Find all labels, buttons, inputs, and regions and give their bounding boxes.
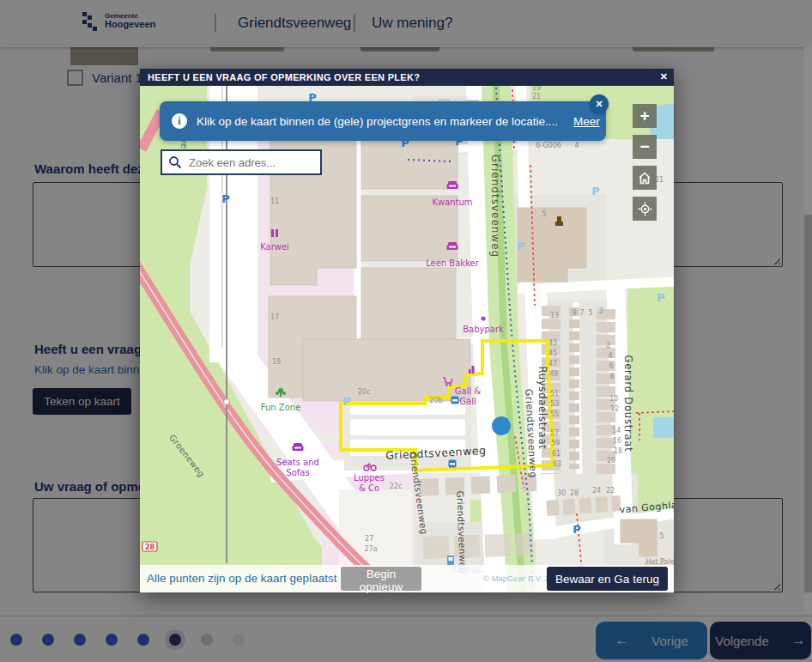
house-number: 5	[659, 532, 664, 540]
house-number: 24	[592, 487, 601, 495]
scrollbar-thumb[interactable]	[804, 215, 812, 592]
house-number: 20c	[358, 388, 371, 396]
house-number: 61	[552, 450, 561, 458]
poi-label: Sofas	[286, 468, 309, 477]
fuel-icon	[447, 556, 454, 565]
banner-close-icon[interactable]: ✕	[590, 94, 609, 113]
poi-label: Kwantum	[432, 197, 472, 207]
map-shape	[294, 447, 301, 449]
home-icon	[638, 172, 651, 185]
house-number: 27a	[364, 545, 377, 553]
zoom-in-button[interactable]: +	[633, 104, 657, 128]
house-number: 5	[542, 210, 546, 218]
zoom-out-button[interactable]: −	[633, 135, 657, 159]
map-shape	[449, 185, 456, 187]
page: Gemeente Hoogeveen | Griendtsveenweg | U…	[0, 0, 812, 662]
house-number: 6	[609, 362, 613, 370]
couch-icon	[447, 181, 458, 189]
house-number: 22	[606, 487, 615, 495]
house-number: 21	[532, 93, 541, 100]
page-scrollbar[interactable]	[804, 47, 812, 614]
house-number: 22c	[390, 483, 403, 490]
house-number: 55	[550, 410, 559, 418]
poi-label: Seats and	[276, 458, 319, 467]
map-shape	[482, 317, 486, 321]
bus-stop-icon	[451, 397, 459, 404]
info-icon: i	[172, 113, 187, 129]
banner-text: Klik op de kaart binnen de (gele) projec…	[197, 115, 558, 128]
house-number: 9	[572, 309, 576, 317]
map-shape	[445, 384, 448, 386]
house-number: 17	[270, 313, 279, 321]
poi-label: Luppes	[354, 473, 385, 483]
map-shape	[449, 557, 453, 561]
couch-icon	[447, 242, 458, 250]
house-number: 45	[548, 349, 557, 357]
poi-label: Fun Zone	[261, 403, 301, 412]
street-label: Ruysdaelstraat	[536, 366, 548, 449]
house-number: 6-G006	[536, 142, 561, 149]
map-shape	[452, 399, 458, 402]
house-number: 27	[365, 535, 373, 543]
map-shape	[450, 463, 455, 465]
map-shape	[469, 369, 471, 374]
dialog-title: HEEFT U EEN VRAAG OF OPMERKING OVER EEN …	[140, 69, 674, 86]
status-message: Alle punten zijn op de kaart geplaatst	[147, 572, 336, 585]
save-and-return-button[interactable]: Bewaar en Ga terug	[547, 567, 668, 591]
banner-more-link[interactable]: Meer	[573, 115, 600, 128]
house-number: 47	[548, 360, 557, 367]
house-number: 49	[549, 370, 558, 378]
map-attribution: © MapGear B.V. 2	[483, 574, 549, 583]
house-number: 13	[550, 312, 559, 319]
house-number: 53	[550, 400, 559, 408]
parking-icon: P	[657, 291, 665, 304]
map-shape	[280, 392, 282, 397]
house-number: 4	[608, 352, 612, 360]
house-number: 51	[550, 390, 559, 398]
locate-button[interactable]	[633, 197, 657, 221]
map-shape	[282, 392, 286, 395]
map-question-dialog: HEEFT U EEN VRAAG OF OPMERKING OVER EEN …	[140, 69, 674, 592]
house-number: 8	[609, 373, 614, 380]
house-number: 7	[579, 309, 584, 317]
parking-icon: P	[591, 185, 600, 197]
bus-stop-icon	[449, 460, 457, 468]
poi-label: Gall	[459, 397, 476, 406]
restart-button[interactable]: Begin opnieuw	[341, 567, 421, 591]
search-input[interactable]	[187, 155, 320, 170]
search-icon	[168, 155, 182, 169]
dot-icon	[482, 317, 486, 321]
house-number: 4	[574, 142, 579, 149]
couch-icon	[293, 443, 304, 451]
map-shape	[271, 229, 274, 237]
map-controls: + −	[633, 104, 657, 221]
house-number: 5	[588, 309, 592, 317]
house-number: 19	[272, 358, 281, 366]
home-button[interactable]	[633, 166, 657, 190]
map-shape	[276, 392, 279, 395]
address-search	[161, 149, 322, 175]
parking-icon: P	[342, 395, 351, 408]
house-number: 57	[550, 429, 559, 437]
house-number: 20	[607, 457, 615, 465]
road-number-text: 28	[145, 544, 155, 551]
house-number: 43	[548, 339, 557, 347]
map-instruction-banner: i Klik op de kaart binnen de (gele) proj…	[160, 101, 606, 141]
house-number: 59	[551, 440, 560, 447]
parking-icon: P	[573, 523, 581, 536]
poi-label: & Co	[359, 483, 379, 493]
poi-label: Leen Bakker	[426, 258, 480, 268]
house-number: 28	[570, 489, 579, 497]
dialog-close-icon[interactable]: ✕	[660, 71, 668, 82]
house-number: 30	[557, 489, 566, 497]
house-number: 63	[553, 460, 561, 468]
map-shape	[449, 384, 451, 386]
parking-icon: P	[517, 240, 525, 252]
house-number: 2	[606, 342, 610, 349]
poi-label: Gall &	[455, 386, 482, 396]
map-shape	[449, 246, 456, 248]
house-number: 16	[613, 437, 621, 445]
house-number: 12	[610, 405, 619, 413]
street-label: Griendtsveenweg	[489, 155, 501, 258]
street-label: Gerard Doustraat	[622, 355, 634, 452]
